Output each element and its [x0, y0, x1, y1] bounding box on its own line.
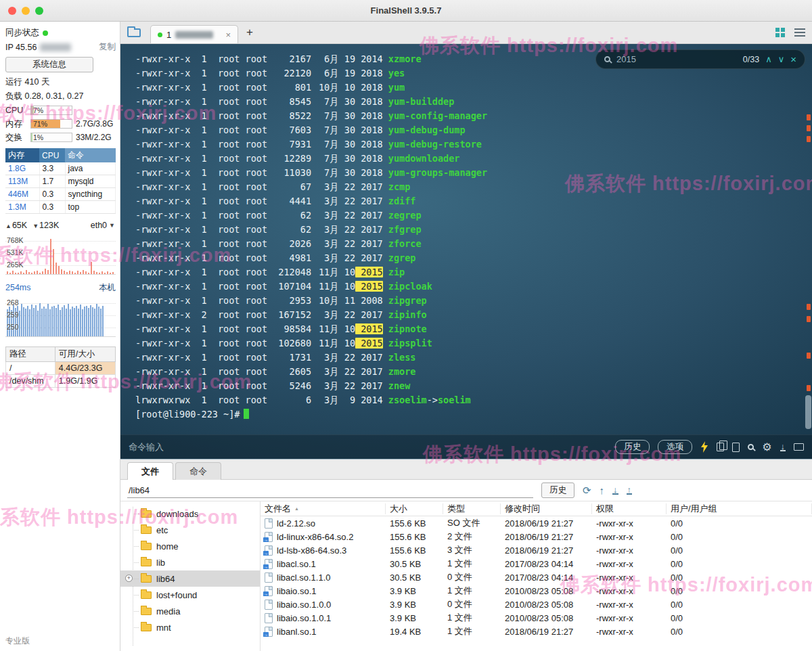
chart-bar — [42, 271, 43, 274]
file-size: 30.5 KB — [386, 573, 443, 583]
download-icon[interactable]: ↓ — [780, 443, 786, 451]
file-row[interactable]: →libacl.so.130.5 KB1 文件2017/08/23 04:14-… — [261, 557, 812, 570]
process-cell: 0.3 — [39, 201, 65, 214]
file-row[interactable]: libaio.so.1.0.13.9 KB1 文件2010/08/23 05:0… — [261, 611, 812, 625]
minimize-window-button[interactable] — [22, 7, 30, 15]
file-ug: 0/0 — [667, 545, 812, 556]
chart-bar — [110, 273, 111, 274]
chart-bar — [51, 307, 53, 336]
zoom-window-button[interactable] — [35, 7, 43, 15]
file-mtime: 2018/06/19 21:27 — [501, 545, 592, 556]
refresh-icon[interactable]: ⟳ — [583, 485, 591, 495]
terminal-search-bar: 2015 0/33 ∧ ∨ × — [595, 49, 805, 69]
tree-item-mnt[interactable]: mnt — [120, 619, 260, 635]
download-file-icon[interactable]: ↓ — [612, 486, 618, 495]
file-row[interactable]: libaio.so.1.0.03.9 KB0 文件2010/08/23 05:0… — [261, 598, 812, 611]
scroll-match-mark — [807, 316, 811, 322]
chart-bar — [93, 271, 95, 274]
terminal-line: lrwxrwxrwx1rootroot63月92014zsoelim -> so… — [135, 395, 812, 409]
sync-status-label: 同步状态 — [5, 27, 39, 39]
chart-bar — [13, 305, 14, 336]
path-history-button[interactable]: 历史 — [541, 482, 574, 498]
path-input[interactable]: /lib64 — [127, 483, 533, 498]
file-row[interactable]: →ld-lsb-x86-64.so.3155.6 KB3 文件2018/06/1… — [261, 543, 812, 557]
column-header-perm[interactable]: 权限 — [592, 503, 667, 514]
tree-item-etc[interactable]: etc — [120, 522, 260, 538]
file-type: 0 文件 — [443, 598, 501, 610]
tab-files[interactable]: 文件 — [127, 462, 173, 480]
terminal-scrollbar-thumb[interactable] — [805, 395, 811, 429]
tree-item-label: home — [156, 541, 179, 552]
window-mode-icon[interactable] — [794, 443, 804, 451]
file-type: 1 文件 — [443, 558, 501, 570]
tab-list-icon[interactable] — [794, 28, 805, 37]
file-row[interactable]: ld-2.12.so155.6 KBSO 文件2018/06/19 21:27-… — [261, 516, 812, 530]
up-arrow-icon: ▲ — [5, 223, 12, 229]
process-row[interactable]: 1.8G3.3java — [5, 162, 116, 175]
file-name: libaio.so.1.0.0 — [277, 600, 331, 610]
copy-icon[interactable] — [717, 443, 724, 451]
expand-icon[interactable]: + — [125, 575, 133, 582]
column-header-filename[interactable]: 文件名▲ — [261, 503, 386, 514]
command-input[interactable]: 命令输入 — [129, 441, 164, 453]
tab-commands[interactable]: 命令 — [175, 462, 221, 480]
tree-item-lib64[interactable]: +lib64 — [120, 570, 260, 587]
search-input[interactable]: 2015 — [616, 54, 636, 64]
search-close-icon[interactable]: × — [790, 53, 796, 65]
history-button[interactable]: 历史 — [615, 440, 650, 454]
close-tab-icon[interactable]: × — [225, 30, 231, 40]
file-row[interactable]: →libanl.so.119.4 KB1 文件2018/06/19 21:27-… — [261, 625, 812, 638]
column-header-mtime[interactable]: 修改时间 — [501, 503, 592, 514]
settings-gear-icon[interactable]: ⚙ — [762, 442, 771, 453]
tree-item-media[interactable]: media — [120, 603, 260, 619]
options-button[interactable]: 选项 — [658, 440, 692, 454]
terminal-search-icon[interactable] — [748, 444, 754, 450]
column-header-owner[interactable]: 用户/用户组 — [667, 503, 812, 514]
search-prev-icon[interactable]: ∧ — [765, 54, 772, 64]
chart-bar — [80, 272, 81, 274]
session-tab[interactable]: 1 × — [150, 25, 238, 43]
chart-bar — [45, 309, 47, 336]
tree-item-lib[interactable]: lib — [120, 554, 260, 570]
process-row[interactable]: 1.3M0.3top — [5, 201, 116, 214]
lightning-icon[interactable] — [700, 441, 708, 453]
file-perm: -rwxr-xr-x — [592, 518, 667, 529]
terminal-line: -rwxr-xr-x1rootroot49813月222017zgrep — [135, 252, 812, 267]
column-header-type[interactable]: 类型 — [443, 503, 501, 514]
process-header-command[interactable]: 命令 — [65, 148, 116, 162]
file-row[interactable]: libacl.so.1.1.030.5 KB0 文件2017/08/23 04:… — [261, 570, 812, 584]
upload-file-icon[interactable]: ↑ — [627, 486, 633, 495]
titlebar: FinalShell 3.9.5.7 — [0, 0, 812, 22]
file-row[interactable]: →libaio.so.13.9 KB1 文件2010/08/23 05:08-r… — [261, 584, 812, 598]
file-row[interactable]: →ld-linux-x86-64.so.2155.6 KB2 文件2018/06… — [261, 530, 812, 543]
terminal[interactable]: -rwxr-xr-x1rootroot21676月192014xzmore-rw… — [120, 44, 812, 459]
file-ug: 0/0 — [667, 532, 812, 542]
paste-icon[interactable] — [732, 443, 740, 452]
close-window-button[interactable] — [8, 7, 16, 15]
chart-bar — [55, 263, 57, 274]
process-header-cpu[interactable]: CPU — [39, 148, 65, 162]
connections-folder-icon[interactable] — [127, 28, 141, 37]
go-up-icon[interactable]: ↑ — [600, 485, 605, 495]
tree-item-home[interactable]: home — [120, 538, 260, 554]
terminal-line: -rwxr-xr-x1rootroot10710411月102015zipclo… — [135, 281, 812, 295]
layout-grid-icon[interactable] — [775, 28, 785, 37]
search-next-icon[interactable]: ∨ — [778, 54, 785, 64]
process-row[interactable]: 446M0.3syncthing — [5, 188, 116, 201]
tree-item-downloads[interactable]: downloads — [120, 506, 260, 522]
column-header-size[interactable]: 大小 — [386, 503, 443, 514]
file-mtime: 2010/08/23 05:08 — [501, 586, 592, 596]
process-row[interactable]: 113M1.7mysqld — [5, 175, 116, 188]
ping-scale-low: 250 — [7, 323, 19, 331]
process-cell: syncthing — [65, 188, 116, 201]
system-info-button[interactable]: 系统信息 — [5, 57, 93, 72]
interface-select[interactable]: eth0 ▼ — [91, 221, 116, 230]
new-tab-button[interactable]: + — [246, 26, 253, 39]
folder-icon — [141, 608, 152, 615]
tree-item-lost+found[interactable]: lost+found — [120, 587, 260, 603]
process-header-memory[interactable]: 内存 — [5, 148, 39, 162]
command-input-bar: 命令输入 历史 选项 ⚙ ↓ — [120, 434, 812, 459]
network-rate-row: ▲65K ▼123K eth0 ▼ — [5, 218, 116, 233]
copy-ip-button[interactable]: 复制 — [99, 41, 116, 53]
file-table-header: 文件名▲ 大小 类型 修改时间 权限 用户/用户组 — [261, 501, 812, 516]
